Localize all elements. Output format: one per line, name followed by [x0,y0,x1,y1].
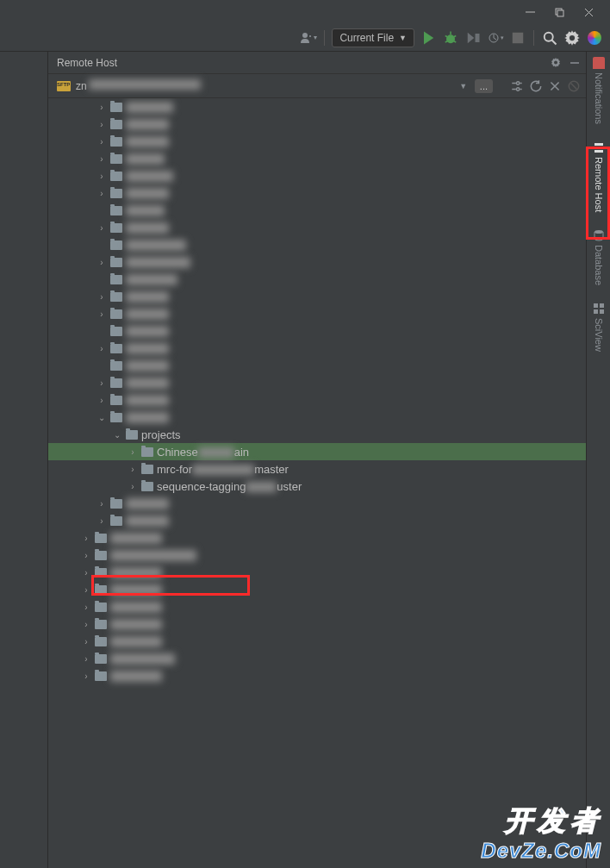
svg-point-3 [446,34,455,43]
tree-row[interactable]: › [48,340,586,357]
window-minimize-button[interactable] [515,2,545,22]
tree-row[interactable] [48,357,586,374]
chevron-icon[interactable]: › [81,671,91,681]
host-refresh-button[interactable] [529,79,543,93]
panel-hide-button[interactable] [569,57,581,69]
chevron-icon[interactable]: › [96,189,107,198]
chevron-icon[interactable]: › [96,378,107,388]
tree-row[interactable]: › [48,391,586,409]
tree-row[interactable]: › [48,253,586,271]
tree-row[interactable] [48,236,586,253]
tree-item-label [126,153,165,165]
host-help-button[interactable] [567,79,581,93]
run-button[interactable] [420,29,437,47]
tree-row[interactable]: › [48,184,586,202]
code-with-me-button[interactable] [586,29,603,47]
tree-row[interactable]: › [48,374,586,391]
tree-row[interactable]: ›mrc-formaster [48,460,586,478]
chevron-icon[interactable]: › [81,585,91,595]
tree-item-label [126,102,173,113]
tree-item-label: mrc-formaster [157,463,289,476]
chevron-icon[interactable]: › [81,603,91,612]
tree-row[interactable]: › [48,288,586,305]
profile-button[interactable]: ▾ [487,29,504,47]
chevron-icon[interactable]: › [128,447,138,457]
tree-row[interactable]: › [48,305,586,322]
tree-row[interactable]: › [48,150,586,167]
tree-row[interactable]: › [48,219,586,236]
tree-row[interactable]: › [48,633,586,650]
tree-row-selected[interactable]: ›Chineseain [48,443,586,460]
tree-row[interactable]: › [48,546,586,564]
chevron-icon[interactable]: › [128,482,138,491]
host-filter-button[interactable] [510,79,524,93]
tree-row[interactable]: ⌄ [48,409,586,426]
chevron-icon[interactable]: › [96,396,107,405]
host-dropdown-button[interactable]: ▼ [458,82,470,91]
debug-button[interactable] [442,29,459,47]
tree-row[interactable] [48,322,586,340]
coverage-button[interactable] [464,29,482,47]
chevron-icon[interactable]: › [81,620,91,629]
tree-row[interactable]: › [48,529,586,546]
window-close-button[interactable] [574,2,603,22]
tree-row[interactable]: › [48,495,586,512]
chevron-icon[interactable]: › [96,137,107,147]
tree-row[interactable]: › [48,615,586,633]
user-icon[interactable]: ▾ [300,29,317,47]
chevron-icon[interactable]: › [96,172,107,181]
folder-icon [110,275,122,284]
main-toolbar: ▾ Current File ▼ ▾ [0,24,610,52]
chevron-icon[interactable]: › [128,465,138,474]
tree-row[interactable] [48,271,586,288]
tree-row[interactable]: › [48,512,586,529]
chevron-icon[interactable]: › [96,120,107,129]
tree-row[interactable]: › [48,116,586,133]
chevron-icon[interactable]: › [96,223,107,233]
tree-row[interactable]: › [48,98,586,116]
chevron-icon[interactable]: ⌄ [112,430,122,440]
sciview-tool-button[interactable]: SciView [593,303,605,352]
chevron-icon[interactable]: › [81,637,91,646]
chevron-icon[interactable]: › [81,654,91,664]
tree-row[interactable]: › [48,564,586,581]
chevron-icon[interactable]: › [81,551,91,560]
host-more-button[interactable]: ... [475,79,493,93]
remote-host-tool-button[interactable]: Remote Host [593,141,605,212]
stop-button[interactable] [509,29,526,47]
window-maximize-button[interactable] [545,2,574,22]
chevron-icon[interactable]: › [96,516,107,526]
tree-row[interactable]: ⌄projects [48,426,586,443]
chevron-icon[interactable]: › [96,309,107,319]
chevron-icon[interactable]: ⌄ [96,413,107,422]
tree-row[interactable]: › [48,167,586,184]
panel-settings-button[interactable] [550,57,562,69]
tree-row[interactable] [48,202,586,219]
svg-rect-19 [594,309,598,314]
settings-button[interactable] [563,29,581,47]
tree-row[interactable]: › [48,581,586,598]
chevron-icon[interactable]: › [96,344,107,353]
tree-row[interactable]: › [48,650,586,667]
tree-row[interactable]: › [48,133,586,150]
remote-file-tree[interactable]: ›››››››››››››⌄⌄projects›Chineseain›mrc-f… [48,98,586,868]
notifications-tool-button[interactable]: Notifications [593,57,605,124]
tree-item-label [126,291,169,303]
run-configuration-dropdown[interactable]: Current File ▼ [332,28,414,47]
database-tool-button[interactable]: Database [593,229,605,285]
svg-point-7 [545,32,553,41]
host-disconnect-button[interactable] [548,79,562,93]
search-button[interactable] [541,29,558,47]
tree-row[interactable]: ›sequence-tagginguster [48,478,586,495]
chevron-icon[interactable]: › [96,154,107,164]
tree-item-label: Chineseain [157,446,249,459]
chevron-icon[interactable]: › [96,292,107,302]
chevron-icon[interactable]: › [96,258,107,267]
tree-item-label [110,619,162,630]
chevron-icon[interactable]: › [96,103,107,112]
tree-row[interactable]: › [48,667,586,684]
chevron-icon[interactable]: › [96,499,107,509]
chevron-icon[interactable]: › [81,534,91,543]
chevron-icon[interactable]: › [81,568,91,578]
tree-row[interactable]: › [48,598,586,615]
